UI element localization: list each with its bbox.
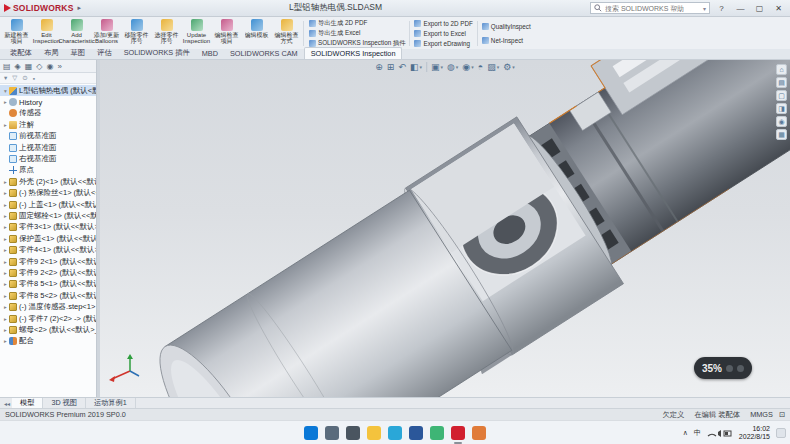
expand-arrow-icon[interactable]: ▸ (2, 281, 9, 287)
tree-item-22[interactable]: ▸螺母<2> (默认<<默认>_显示状态 (0, 324, 96, 335)
status-item[interactable]: MMGS (750, 410, 773, 419)
search-dropdown-icon[interactable]: ▾ (703, 5, 706, 12)
expand-arrow-icon[interactable]: ▸ (2, 304, 9, 310)
tree-item-23[interactable]: ▸配合 (0, 336, 96, 347)
hide-show-items-icon[interactable]: ◉▾ (462, 62, 473, 72)
view-orientation-icon[interactable]: ▣▾ (431, 62, 443, 72)
word-icon[interactable] (409, 426, 423, 440)
tree-item-4[interactable]: ▸注解 (0, 119, 96, 130)
ribbon-stack-item[interactable]: Export to Excel (414, 30, 472, 37)
design-library-icon[interactable]: ▤ (776, 77, 787, 88)
expand-arrow-icon[interactable]: ▸ (2, 327, 9, 333)
edge-icon[interactable] (388, 426, 402, 440)
expand-arrow-icon[interactable]: ▸ (2, 270, 9, 276)
panel-tabs-overflow-icon[interactable]: » (57, 62, 61, 71)
expand-arrow-icon[interactable]: ▸ (2, 213, 9, 219)
solidworks-taskbar-icon[interactable] (451, 426, 465, 440)
expand-arrow-icon[interactable]: ▸ (2, 202, 9, 208)
ribbon-tab-装配体[interactable]: 装配体 (4, 47, 38, 59)
display-style-icon[interactable]: ◍▾ (447, 62, 458, 72)
search-box[interactable]: ▾ (590, 2, 710, 14)
menu-expand-icon[interactable]: ▸ (78, 4, 82, 12)
featuremanager-tab-icon[interactable]: ▤ (3, 62, 11, 71)
tree-item-16[interactable]: ▸零件9 2<1> (默认<<默认>_显 (0, 256, 96, 267)
custom-properties-icon[interactable]: ▦ (776, 129, 787, 140)
tree-item-18[interactable]: ▸零件8 5<1> (默认<<默认>_显 (0, 279, 96, 290)
expand-arrow-icon[interactable]: ▸ (2, 293, 9, 299)
ribbon-button-6[interactable]: 选择零件序号 (152, 18, 181, 49)
tab-scroll-left-icon[interactable]: ◂◂ (2, 400, 12, 407)
tree-item-11[interactable]: ▸(-) 上盖<1> (默认<<默认>_显示状 (0, 199, 96, 210)
taskbar-clock[interactable]: 16:02 2022/8/15 (739, 425, 770, 441)
view-palette-icon[interactable]: ◨ (776, 103, 787, 114)
wechat-icon[interactable] (430, 426, 444, 440)
overlay-button-icon[interactable] (737, 365, 744, 372)
ribbon-button-4[interactable]: 添加/更新 Balloons (92, 18, 121, 49)
previous-view-icon[interactable]: ↶ (398, 62, 406, 72)
ribbon-stack-item[interactable]: Net-Inspect (482, 37, 531, 44)
expand-arrow-icon[interactable]: ▸ (2, 224, 9, 230)
status-item[interactable]: 欠定义 (662, 410, 684, 420)
file-explorer-icon[interactable]: ▢ (776, 90, 787, 101)
ribbon-tab-solidworks-inspection[interactable]: SOLIDWORKS Inspection (304, 47, 403, 59)
tree-item-10[interactable]: ▸(-) 热保险丝<1> (默认<<默认>_显 (0, 188, 96, 199)
help-button[interactable]: ? (714, 2, 729, 15)
propertymanager-tab-icon[interactable]: ◈ (15, 62, 21, 71)
ribbon-button-8[interactable]: 编辑检查项目 (212, 18, 241, 49)
status-item[interactable]: 在编辑 装配体 (694, 410, 740, 420)
ribbon-button-3[interactable]: Add Characteristic (62, 18, 91, 49)
expand-arrow-icon[interactable]: ▸ (2, 316, 9, 322)
recorder-icon[interactable] (472, 426, 486, 440)
tree-item-9[interactable]: ▸外壳 (2)<1> (默认<<默认>_显示状态 (0, 176, 96, 187)
filter-dropdown-icon[interactable]: ▾ (4, 74, 7, 82)
expand-arrow-icon[interactable]: ▸ (2, 122, 9, 128)
ime-indicator[interactable]: 中 (694, 428, 701, 438)
expand-arrow-icon[interactable]: ▾ (2, 88, 9, 94)
tree-item-12[interactable]: ▸固定螺栓<1> (默认<<默认>_显示 (0, 210, 96, 221)
ribbon-stack-item[interactable]: Export eDrawing (414, 40, 472, 47)
solidworks-logo[interactable]: SOLIDWORKS (4, 3, 74, 13)
tree-item-17[interactable]: ▸零件9 2<2> (默认<<默认>_显 (0, 267, 96, 278)
expand-arrow-icon[interactable]: ▸ (2, 190, 9, 196)
doc-tab-3d-视图[interactable]: 3D 视图 (43, 398, 86, 408)
solidworks-resources-icon[interactable]: ⌂ (776, 64, 787, 75)
view-settings-icon[interactable]: ⚙▾ (503, 62, 515, 72)
ribbon-button-2[interactable]: Edit Inspection (32, 18, 61, 49)
ribbon-stack-item[interactable]: 导出生成 2D PDF (309, 19, 405, 28)
apply-scene-icon[interactable]: ▨▾ (487, 62, 499, 72)
tree-item-6[interactable]: 上视基准面 (0, 142, 96, 153)
maximize-button[interactable]: ▢ (752, 2, 767, 15)
displaymanager-tab-icon[interactable]: ◉ (46, 62, 53, 71)
expand-arrow-icon[interactable]: ▸ (2, 236, 9, 242)
tree-item-8[interactable]: 原点 (0, 165, 96, 176)
ribbon-tab-评估[interactable]: 评估 (91, 47, 118, 59)
expand-arrow-icon[interactable]: ▸ (2, 338, 9, 344)
dimxpert-tab-icon[interactable]: ◇ (36, 62, 42, 71)
ribbon-button-7[interactable]: Update Inspection Project (182, 18, 211, 49)
doc-tab-运动算例1[interactable]: 运动算例1 (86, 398, 136, 408)
network-volume-battery-icons[interactable] (707, 428, 733, 438)
ribbon-button-10[interactable]: 编辑检查方式 (272, 18, 301, 49)
ribbon-stack-item[interactable]: 导出生成 Excel (309, 29, 405, 38)
tree-item-2[interactable]: ▸History (0, 96, 96, 107)
expand-arrow-icon[interactable]: ▸ (2, 99, 9, 105)
ribbon-stack-item[interactable]: Export to 2D PDF (414, 20, 472, 27)
recording-overlay[interactable]: 35% (694, 357, 752, 379)
tree-item-19[interactable]: ▸零件8 5<2> (默认<<默认>_显 (0, 290, 96, 301)
ribbon-tab-mbd[interactable]: MBD (196, 48, 224, 59)
funnel-icon[interactable]: ▽ (12, 74, 17, 82)
close-button[interactable]: ✕ (771, 2, 786, 15)
ribbon-tab-solidworks-插件[interactable]: SOLIDWORKS 插件 (118, 47, 196, 59)
tree-item-5[interactable]: 前视基准面 (0, 131, 96, 142)
configurationmanager-tab-icon[interactable]: ▦ (25, 62, 33, 71)
ribbon-tab-布局[interactable]: 布局 (38, 47, 65, 59)
tree-item-15[interactable]: ▸零件4<1> (默认<<默认>_显示状 (0, 244, 96, 255)
tree-item-14[interactable]: ▸保护盖<1> (默认<<默认>_显示 (0, 233, 96, 244)
edit-appearance-icon[interactable]: ◓ (478, 62, 483, 72)
search-input[interactable] (605, 5, 700, 12)
overlay-button-icon[interactable] (726, 365, 733, 372)
task-view-button[interactable] (346, 426, 360, 440)
ribbon-stack-item[interactable]: QualityInspect (482, 23, 531, 30)
graphics-viewport[interactable]: ⊕⊞↶◧▾▣▾◍▾◉▾◓▨▾⚙▾ ⌂▤▢◨◉▦ 35% (100, 60, 790, 397)
pin-icon[interactable]: ▪ (33, 75, 35, 82)
